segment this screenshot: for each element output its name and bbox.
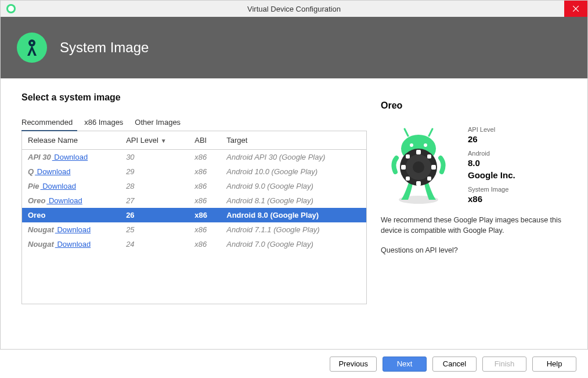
sort-indicator-icon: ▼ bbox=[161, 138, 167, 144]
download-link[interactable]: Download bbox=[55, 240, 91, 249]
table-row[interactable]: Oreo Download27x86Android 8.1 (Google Pl… bbox=[22, 193, 366, 208]
detail-recommendation: We recommend these Google Play images be… bbox=[381, 215, 569, 236]
cell-api: 25 bbox=[120, 222, 189, 237]
cell-api: 24 bbox=[120, 237, 189, 251]
page-title: System Image bbox=[60, 39, 149, 56]
col-abi[interactable]: ABI bbox=[189, 131, 221, 150]
cancel-button[interactable]: Cancel bbox=[432, 357, 477, 372]
detail-api-label: API Level bbox=[468, 126, 569, 133]
svg-rect-16 bbox=[431, 165, 436, 170]
cell-abi: x86 bbox=[189, 150, 221, 165]
detail-android-value: 8.0 bbox=[468, 158, 569, 168]
detail-sysimg-value: x86 bbox=[468, 194, 569, 204]
release-mascot-image bbox=[381, 123, 456, 210]
title-bar: Virtual Device Configuration bbox=[1, 1, 587, 17]
col-api-level[interactable]: API Level▼ bbox=[120, 131, 189, 150]
download-link[interactable]: Download bbox=[52, 153, 88, 161]
cell-abi: x86 bbox=[189, 193, 221, 208]
cell-release-name: Oreo bbox=[22, 208, 120, 222]
cell-api: 28 bbox=[120, 179, 189, 193]
detail-question-link[interactable]: Questions on API level? bbox=[381, 246, 569, 254]
tab-recommended[interactable]: Recommended bbox=[21, 114, 77, 131]
cell-abi: x86 bbox=[189, 222, 221, 237]
system-image-table: Release Name API Level▼ ABI Target API 3… bbox=[21, 131, 367, 304]
download-link[interactable]: Download bbox=[41, 182, 76, 190]
cell-target: Android 9.0 (Google Play) bbox=[221, 179, 366, 193]
svg-line-6 bbox=[405, 129, 408, 136]
table-row[interactable]: Q Download29x86Android 10.0 (Google Play… bbox=[22, 164, 366, 179]
previous-button[interactable]: Previous bbox=[330, 357, 377, 372]
detail-title: Oreo bbox=[381, 100, 569, 111]
tab-x86-images[interactable]: x86 Images bbox=[84, 114, 128, 131]
cell-api: 26 bbox=[120, 208, 189, 222]
help-button[interactable]: Help bbox=[532, 357, 576, 372]
finish-button: Finish bbox=[482, 357, 526, 372]
col-release-name[interactable]: Release Name bbox=[22, 131, 120, 150]
detail-panel: Oreo bbox=[378, 92, 571, 304]
svg-rect-18 bbox=[427, 154, 431, 159]
table-row[interactable]: Nougat Download25x86Android 7.1.1 (Googl… bbox=[22, 222, 366, 237]
download-link[interactable]: Download bbox=[55, 225, 91, 234]
cell-abi: x86 bbox=[189, 179, 221, 193]
cell-release-name: Oreo Download bbox=[22, 193, 120, 208]
download-link[interactable]: Download bbox=[35, 167, 70, 176]
table-row[interactable]: Oreo26x86Android 8.0 (Google Play) bbox=[22, 208, 366, 222]
section-title: Select a system image bbox=[21, 92, 367, 103]
svg-rect-20 bbox=[427, 177, 431, 181]
detail-vendor: Google Inc. bbox=[468, 170, 569, 180]
cell-target: Android 10.0 (Google Play) bbox=[221, 164, 366, 179]
cell-target: Android 7.0 (Google Play) bbox=[221, 237, 366, 251]
android-studio-icon bbox=[17, 33, 47, 63]
table-row[interactable]: API 30 Download30x86Android API 30 (Goog… bbox=[22, 150, 366, 165]
cell-api: 27 bbox=[120, 193, 189, 208]
cell-target: Android API 30 (Google Play) bbox=[221, 150, 366, 165]
cell-api: 30 bbox=[120, 150, 189, 165]
cell-release-name: API 30 Download bbox=[22, 150, 120, 165]
svg-point-9 bbox=[424, 143, 427, 147]
next-button[interactable]: Next bbox=[383, 357, 427, 372]
cell-abi: x86 bbox=[189, 208, 221, 222]
svg-point-12 bbox=[413, 161, 424, 173]
cell-release-name: Pie Download bbox=[22, 179, 120, 193]
svg-rect-15 bbox=[401, 165, 406, 170]
cell-target: Android 7.1.1 (Google Play) bbox=[221, 222, 366, 237]
svg-rect-13 bbox=[416, 150, 421, 154]
table-row[interactable]: Pie Download28x86Android 9.0 (Google Pla… bbox=[22, 179, 366, 193]
cell-release-name: Nougat Download bbox=[22, 222, 120, 237]
cell-abi: x86 bbox=[189, 164, 221, 179]
svg-rect-14 bbox=[416, 181, 421, 186]
cell-abi: x86 bbox=[189, 237, 221, 251]
footer-bar: Previous Next Cancel Finish Help bbox=[0, 349, 588, 378]
svg-rect-19 bbox=[406, 177, 410, 181]
svg-line-7 bbox=[429, 129, 432, 136]
window-title: Virtual Device Configuration bbox=[247, 5, 341, 13]
svg-rect-17 bbox=[406, 154, 410, 159]
tab-bar: Recommendedx86 ImagesOther Images bbox=[21, 114, 367, 131]
cell-target: Android 8.0 (Google Play) bbox=[221, 208, 366, 222]
svg-point-8 bbox=[410, 143, 413, 147]
close-icon bbox=[573, 6, 579, 12]
detail-sysimg-label: System Image bbox=[468, 186, 569, 193]
detail-api-value: 26 bbox=[468, 134, 569, 144]
tab-other-images[interactable]: Other Images bbox=[135, 114, 185, 131]
cell-api: 29 bbox=[120, 164, 189, 179]
cell-target: Android 8.1 (Google Play) bbox=[221, 193, 366, 208]
header-banner: System Image bbox=[1, 17, 587, 78]
table-row[interactable]: Nougat Download24x86Android 7.0 (Google … bbox=[22, 237, 366, 251]
app-icon bbox=[6, 4, 16, 13]
detail-android-label: Android bbox=[468, 150, 569, 157]
col-target[interactable]: Target bbox=[221, 131, 366, 150]
close-button[interactable] bbox=[564, 1, 587, 17]
cell-release-name: Q Download bbox=[22, 164, 120, 179]
svg-point-3 bbox=[31, 42, 33, 44]
download-link[interactable]: Download bbox=[46, 196, 82, 205]
cell-release-name: Nougat Download bbox=[22, 237, 120, 251]
